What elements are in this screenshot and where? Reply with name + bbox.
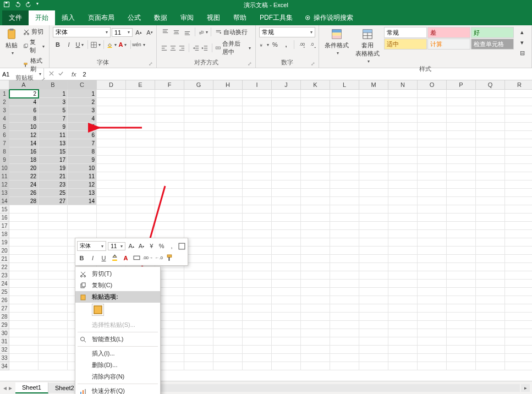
cell[interactable] — [213, 123, 243, 131]
cell[interactable] — [388, 304, 418, 313]
cell[interactable]: 10 — [9, 123, 39, 131]
cell[interactable] — [359, 189, 388, 197]
cell[interactable] — [155, 147, 184, 156]
cell[interactable] — [418, 106, 447, 114]
cell[interactable] — [447, 139, 476, 147]
cell[interactable] — [184, 337, 213, 346]
cell[interactable] — [330, 205, 359, 214]
cell[interactable] — [476, 98, 505, 106]
cell[interactable]: 7 — [39, 114, 68, 123]
cell[interactable] — [272, 205, 301, 214]
cell[interactable] — [388, 156, 418, 164]
cell-style-calc[interactable]: 计算 — [427, 39, 470, 50]
cell[interactable] — [39, 304, 68, 313]
cell[interactable] — [447, 222, 476, 230]
cancel-formula-icon[interactable] — [48, 70, 54, 78]
row-header[interactable]: 13 — [0, 189, 9, 197]
cell[interactable] — [447, 230, 476, 238]
col-header[interactable]: P — [447, 80, 476, 90]
cell[interactable] — [388, 247, 418, 255]
cell[interactable] — [184, 280, 213, 288]
cell[interactable] — [301, 238, 330, 247]
col-header[interactable]: C — [68, 80, 97, 90]
cell[interactable] — [155, 164, 184, 172]
cell[interactable] — [359, 313, 388, 321]
cell[interactable] — [272, 90, 301, 98]
styles-more-down-icon[interactable]: ▾ — [517, 37, 527, 47]
cell[interactable] — [272, 164, 301, 172]
cell[interactable] — [272, 304, 301, 313]
cell[interactable] — [39, 247, 68, 255]
cell[interactable]: 2 — [9, 90, 39, 98]
cell[interactable] — [476, 346, 505, 354]
cell[interactable] — [272, 172, 301, 180]
number-launcher[interactable]: ⤢ — [311, 61, 315, 67]
cell[interactable]: 3 — [39, 98, 68, 106]
qat-dropdown-icon[interactable]: ▾ — [36, 1, 39, 9]
cell[interactable] — [184, 123, 213, 131]
cell[interactable] — [9, 205, 39, 214]
cell[interactable] — [272, 214, 301, 222]
cell[interactable] — [272, 131, 301, 139]
cell[interactable] — [388, 238, 418, 247]
cell[interactable] — [388, 280, 418, 288]
cell[interactable] — [126, 189, 155, 197]
cell[interactable] — [243, 156, 272, 164]
row-header[interactable]: 26 — [0, 296, 9, 304]
cell[interactable] — [330, 329, 359, 337]
cell[interactable] — [330, 337, 359, 346]
cell[interactable] — [213, 131, 243, 139]
cell[interactable] — [476, 362, 505, 370]
col-header[interactable]: K — [301, 80, 330, 90]
cell[interactable] — [359, 205, 388, 214]
cell[interactable] — [359, 164, 388, 172]
cell[interactable] — [505, 214, 532, 222]
cell[interactable] — [418, 180, 447, 189]
cell[interactable] — [388, 354, 418, 362]
cell[interactable] — [184, 164, 213, 172]
cell[interactable] — [39, 230, 68, 238]
tab-formulas[interactable]: 公式 — [121, 10, 147, 25]
italic-icon[interactable]: I — [64, 40, 74, 50]
cell[interactable] — [243, 263, 272, 271]
cell[interactable] — [505, 205, 532, 214]
cell[interactable] — [418, 222, 447, 230]
col-header[interactable]: O — [418, 80, 447, 90]
cell[interactable] — [184, 222, 213, 230]
cell[interactable] — [243, 288, 272, 296]
cell[interactable]: 19 — [39, 164, 68, 172]
cell[interactable] — [476, 304, 505, 313]
cell[interactable] — [301, 214, 330, 222]
cell[interactable] — [418, 90, 447, 98]
cell[interactable] — [184, 313, 213, 321]
number-format-select[interactable]: 常规▾ — [259, 27, 315, 37]
cell[interactable] — [301, 362, 330, 370]
cell[interactable]: 24 — [9, 180, 39, 189]
cell[interactable] — [505, 139, 532, 147]
cell[interactable] — [388, 189, 418, 197]
cell[interactable] — [184, 131, 213, 139]
cell[interactable] — [505, 362, 532, 370]
cell[interactable] — [359, 156, 388, 164]
mini-decrease-font-icon[interactable]: A▾ — [137, 242, 145, 251]
col-header[interactable]: F — [155, 80, 184, 90]
cell[interactable] — [126, 131, 155, 139]
col-header[interactable]: E — [126, 80, 155, 90]
cell[interactable] — [184, 172, 213, 180]
cell[interactable]: 8 — [9, 114, 39, 123]
cell[interactable] — [184, 238, 213, 247]
cell[interactable] — [505, 98, 532, 106]
cell[interactable]: 13 — [68, 189, 97, 197]
cell[interactable] — [476, 90, 505, 98]
row-header[interactable]: 16 — [0, 214, 9, 222]
increase-font-icon[interactable]: A▴ — [134, 28, 144, 37]
format-as-table-button[interactable]: 套用 表格格式▾ — [353, 27, 382, 65]
cell[interactable] — [388, 255, 418, 263]
tab-pdf[interactable]: PDF工具集 — [253, 10, 299, 25]
cell[interactable] — [243, 123, 272, 131]
cell[interactable] — [272, 197, 301, 205]
cell[interactable] — [388, 106, 418, 114]
cell[interactable] — [184, 98, 213, 106]
cell[interactable] — [301, 156, 330, 164]
cell[interactable] — [184, 189, 213, 197]
